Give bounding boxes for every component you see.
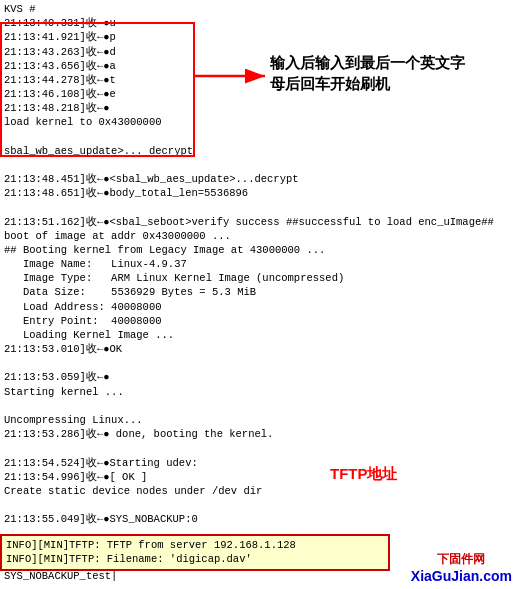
terminal-line bbox=[4, 200, 513, 214]
terminal-line: 21:13:53.010]收←●OK bbox=[4, 342, 513, 356]
terminal-line: 21:13:53.059]收←● bbox=[4, 370, 513, 384]
annotation-arrow bbox=[193, 66, 273, 86]
terminal-line bbox=[4, 441, 513, 455]
terminal-line: Image Type: ARM Linux Kernel Image (unco… bbox=[4, 271, 513, 285]
loading-info-box: INFO][MIN]TFTP: TFTP from server 192.168… bbox=[0, 534, 390, 571]
terminal-line: boot of image at addr 0x43000000 ... bbox=[4, 229, 513, 243]
terminal-line bbox=[4, 498, 513, 512]
terminal-line bbox=[4, 399, 513, 413]
terminal-line: 21:13:55.049]收←●SYS_NOBACKUP:0 bbox=[4, 512, 513, 526]
terminal-line: Uncompressing Linux... bbox=[4, 413, 513, 427]
terminal-line: Starting kernel ... bbox=[4, 385, 513, 399]
terminal-line: Load Address: 40008000 bbox=[4, 300, 513, 314]
terminal-line: 21:13:48.651]收←●body_total_len=5536896 bbox=[4, 186, 513, 200]
terminal-line: load kernel to 0x43000000 bbox=[4, 115, 513, 129]
loading-line-2: INFO][MIN]TFTP: Filename: 'digicap.dav' bbox=[6, 552, 384, 567]
tftp-annotation-label: TFTP地址 bbox=[330, 465, 398, 484]
terminal-line: 21:13:54.996]收←●[ OK ] bbox=[4, 470, 513, 484]
terminal-line bbox=[4, 583, 513, 589]
terminal-line: ## Booting kernel from Legacy Image at 4… bbox=[4, 243, 513, 257]
terminal-line: 21:13:53.286]收←● done, booting the kerne… bbox=[4, 427, 513, 441]
terminal-line bbox=[4, 130, 513, 144]
terminal-line bbox=[4, 158, 513, 172]
terminal-line: 21:13:48.451]收←●<sbal_wb_aes_update>...d… bbox=[4, 172, 513, 186]
terminal-line: 21:13:51.162]收←●<sbal_seboot>verify succ… bbox=[4, 215, 513, 229]
terminal-line bbox=[4, 356, 513, 370]
terminal-line: KVS # bbox=[4, 2, 513, 16]
terminal-line: 21:13:48.218]收←● bbox=[4, 101, 513, 115]
terminal-line: 21:13:54.524]收←●Starting udev: bbox=[4, 456, 513, 470]
terminal-line: Loading Kernel Image ... bbox=[4, 328, 513, 342]
terminal-line: SYS_NOBACKUP_test| bbox=[4, 569, 513, 583]
terminal-line: Entry Point: 40008000 bbox=[4, 314, 513, 328]
terminal-line: sbal_wb_aes_update>... decrypt bbox=[4, 144, 513, 158]
terminal-line: Image Name: Linux-4.9.37 bbox=[4, 257, 513, 271]
main-window: KVS # 21:13:40.331]收←●u 21:13:41.921]收←●… bbox=[0, 0, 517, 589]
terminal-line: 21:13:40.331]收←●u bbox=[4, 16, 513, 30]
terminal-line: Data Size: 5536929 Bytes = 5.3 MiB bbox=[4, 285, 513, 299]
terminal-line: 21:13:41.921]收←●p bbox=[4, 30, 513, 44]
terminal-line: Create static device nodes under /dev di… bbox=[4, 484, 513, 498]
annotation-chinese-text: 输入后输入到最后一个英文字 母后回车开始刷机 bbox=[270, 52, 465, 94]
loading-line-1: INFO][MIN]TFTP: TFTP from server 192.168… bbox=[6, 538, 384, 553]
